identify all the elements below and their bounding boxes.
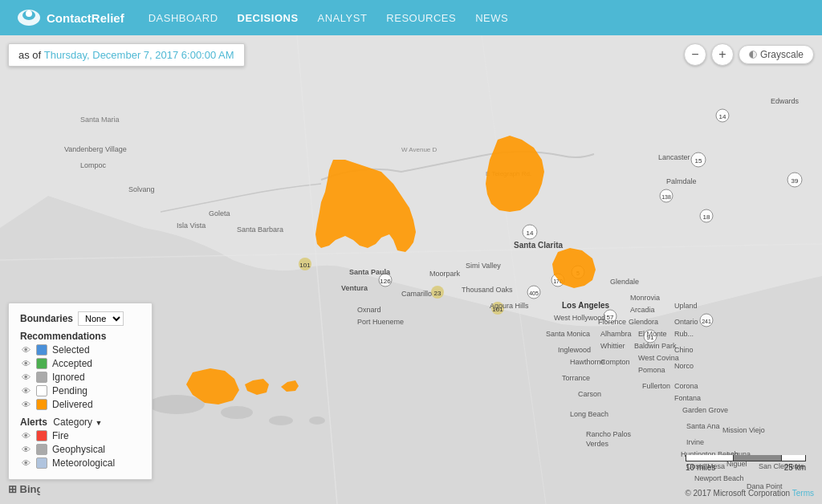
fire-color-icon [36, 430, 47, 441]
svg-text:Santa Clarita: Santa Clarita [514, 241, 564, 250]
eye-icon-pending[interactable]: 👁 [20, 387, 31, 395]
logo-text: ContactRelief [47, 11, 124, 25]
geophysical-color-icon [36, 444, 47, 455]
boundaries-select[interactable]: None [78, 311, 124, 326]
svg-text:241: 241 [702, 319, 711, 324]
zoom-out-button[interactable]: − [684, 43, 706, 66]
copyright: © 2017 Microsoft Corporation Terms [685, 489, 814, 498]
eye-icon-selected[interactable]: 👁 [20, 346, 31, 354]
svg-text:Santa Maria: Santa Maria [80, 116, 120, 124]
svg-text:Monrovia: Monrovia [630, 294, 660, 302]
nav-dashboard[interactable]: DASHBOARD [149, 12, 218, 24]
main-nav: DASHBOARD DECISIONS ANALYST RESOURCES NE… [149, 12, 509, 24]
scale-segment-3 [782, 455, 806, 461]
legend-item-pending: 👁 Pending [20, 385, 140, 396]
grayscale-button[interactable]: Grayscale [739, 45, 814, 64]
selected-color-icon [36, 344, 47, 356]
date-prefix: as of [18, 49, 44, 61]
svg-text:Rub...: Rub... [674, 330, 694, 338]
legend-item-meteorological: 👁 Meteorological [20, 457, 140, 469]
svg-text:126: 126 [380, 278, 391, 285]
delivered-color-icon [36, 399, 47, 410]
svg-text:Florence: Florence [598, 318, 626, 326]
svg-text:Carson: Carson [578, 390, 601, 398]
svg-text:West Covina: West Covina [638, 354, 679, 362]
svg-text:39: 39 [791, 177, 799, 185]
bing-logo-svg: ⊞ Bing [8, 482, 40, 495]
svg-text:Compton: Compton [600, 358, 630, 366]
svg-text:Norco: Norco [674, 362, 694, 370]
svg-text:Pomona: Pomona [638, 366, 665, 374]
svg-text:Ventura: Ventura [341, 284, 368, 292]
logo-area: ContactRelief [16, 5, 124, 30]
svg-text:Irvine: Irvine [686, 438, 704, 446]
alerts-category-label: Category [53, 417, 92, 428]
scale-label-1: 10 miles [686, 463, 715, 472]
eye-icon-delivered[interactable]: 👁 [20, 400, 31, 408]
copyright-text: © 2017 Microsoft Corporation [685, 489, 790, 498]
scale-labels: 10 miles 25 km [686, 463, 806, 472]
svg-text:Thousand Oaks: Thousand Oaks [462, 286, 513, 294]
alerts-title: Alerts [20, 417, 47, 428]
bing-logo: ⊞ Bing [8, 482, 40, 498]
svg-point-107 [309, 417, 325, 425]
zoom-in-button[interactable]: + [711, 43, 734, 66]
nav-resources[interactable]: RESOURCES [386, 12, 456, 24]
svg-text:Upland: Upland [674, 302, 698, 310]
nav-analyst[interactable]: ANALYST [318, 12, 368, 24]
svg-text:W Avenue D: W Avenue D [401, 146, 437, 153]
circle-icon [749, 51, 757, 59]
legend-ignored-label: Ignored [52, 372, 85, 383]
svg-text:Garden Grove: Garden Grove [682, 406, 728, 414]
scale-bar: 10 miles 25 km [686, 455, 806, 472]
svg-text:Moorpark: Moorpark [429, 270, 461, 278]
svg-text:Lompoc: Lompoc [80, 161, 107, 169]
svg-text:Solvang: Solvang [128, 185, 155, 193]
eye-icon-meteorological[interactable]: 👁 [20, 459, 31, 467]
recommendations-title: Recommendations [20, 331, 140, 342]
svg-text:Santa Ana: Santa Ana [686, 422, 720, 430]
legend-item-accepted: 👁 Accepted [20, 358, 140, 369]
legend-accepted-label: Accepted [52, 358, 92, 369]
svg-text:14: 14 [719, 113, 726, 120]
svg-text:Port Hueneme: Port Hueneme [357, 318, 404, 326]
svg-point-105 [221, 406, 253, 419]
eye-icon-accepted[interactable]: 👁 [20, 360, 31, 368]
svg-text:Corona: Corona [674, 382, 698, 390]
svg-text:Edwards: Edwards [771, 97, 800, 105]
svg-text:Los Angeles: Los Angeles [562, 301, 610, 310]
legend-fire-label: Fire [52, 430, 69, 441]
map-container[interactable]: 101 23 101 405 170 5 14 14 138 18 126 57… [0, 35, 822, 504]
eye-icon-geophysical[interactable]: 👁 [20, 445, 31, 453]
terms-link[interactable]: Terms [792, 489, 814, 498]
svg-text:Fontana: Fontana [674, 394, 701, 402]
meteorological-color-icon [36, 457, 47, 469]
ignored-color-icon [36, 372, 47, 383]
nav-news[interactable]: NEWS [475, 12, 508, 24]
svg-text:Hawthorne: Hawthorne [570, 358, 605, 366]
svg-text:14: 14 [527, 230, 534, 237]
svg-text:Agoura Hills: Agoura Hills [490, 302, 529, 310]
date-value: Thursday, December 7, 2017 6:00:00 AM [44, 49, 234, 61]
svg-point-2 [26, 10, 32, 17]
svg-text:Verdes: Verdes [586, 440, 609, 448]
svg-text:Oxnard: Oxnard [357, 306, 381, 314]
legend-delivered-label: Delivered [52, 399, 93, 410]
nav-decisions[interactable]: DECISIONS [238, 12, 299, 24]
legend-item-delivered: 👁 Delivered [20, 399, 140, 410]
svg-text:Chino: Chino [674, 346, 694, 354]
pending-color-icon [36, 385, 47, 396]
eye-icon-fire[interactable]: 👁 [20, 432, 31, 440]
category-dropdown-icon[interactable]: ▼ [95, 419, 102, 427]
legend-item-geophysical: 👁 Geophysical [20, 444, 140, 455]
svg-text:Newport Beach: Newport Beach [694, 474, 744, 482]
legend-selected-label: Selected [52, 344, 90, 356]
scale-segment-2 [734, 455, 782, 461]
svg-text:Glendale: Glendale [610, 278, 639, 286]
eye-icon-ignored[interactable]: 👁 [20, 373, 31, 381]
svg-text:Santa Paula: Santa Paula [349, 268, 391, 276]
svg-text:Palmdale: Palmdale [666, 177, 697, 185]
legend: Boundaries None Recommendations 👁 Select… [8, 303, 153, 480]
legend-geophysical-label: Geophysical [52, 444, 105, 455]
svg-text:18: 18 [703, 213, 710, 221]
